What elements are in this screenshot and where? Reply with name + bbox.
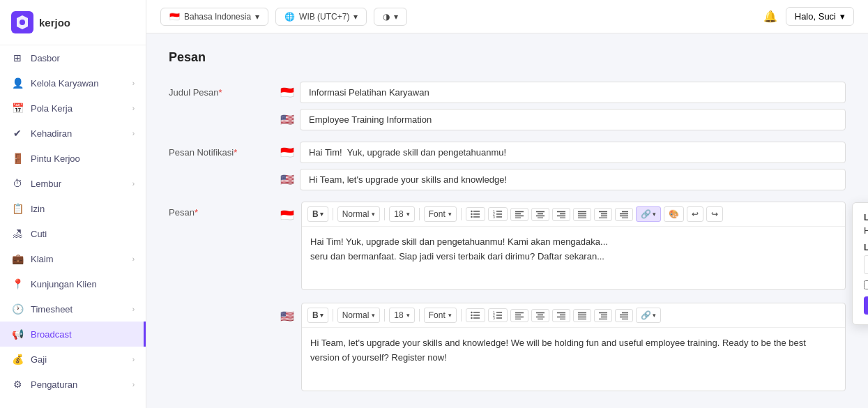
lang-label: Bahasa Indonesia: [184, 12, 251, 22]
pintu-kerjoo-icon: 🚪: [11, 153, 24, 164]
align-left-btn-2[interactable]: [510, 309, 528, 322]
align-right-btn-1[interactable]: [552, 208, 570, 221]
bold-btn-2[interactable]: B▾: [307, 308, 328, 323]
divider: [384, 208, 385, 220]
tz-label: WIB (UTC+7): [299, 12, 349, 22]
page-title: Pesan: [169, 50, 846, 65]
align-center-btn-2[interactable]: [531, 309, 549, 322]
sidebar-item-klaim[interactable]: 💼 Klaim ›: [0, 246, 146, 271]
kehadiran-icon: ✔: [11, 128, 24, 139]
justify-btn-2[interactable]: [573, 309, 591, 322]
divider: [419, 208, 420, 220]
align-right-btn-2[interactable]: [552, 309, 570, 322]
editor1: B▾ Normal▾ 18▾ Font▾ 123: [301, 202, 846, 290]
gaji-icon: 💰: [11, 354, 24, 365]
link-title-label: Link Title: [864, 213, 868, 222]
svg-point-39: [471, 312, 472, 313]
align-center-btn-1[interactable]: [531, 208, 549, 221]
popup-actions: Add Cancel: [864, 296, 868, 315]
outdent-btn-2[interactable]: [615, 309, 633, 322]
svg-point-1: [20, 20, 25, 25]
pesan-row: Pesan* 🇮🇩 B▾ Normal▾ 18▾ Font▾: [169, 202, 846, 391]
sidebar-label-gaji: Gaji: [31, 354, 47, 365]
normal-select-2[interactable]: Normal▾: [337, 308, 381, 323]
add-link-button[interactable]: Add: [864, 296, 868, 315]
chevron-down-icon: ▾: [372, 211, 375, 218]
fontsize-select-2[interactable]: 18▾: [389, 308, 414, 323]
flag-id: 🇮🇩: [280, 86, 294, 99]
ol-btn-2[interactable]: 123: [488, 308, 508, 322]
editor1-toolbar: B▾ Normal▾ 18▾ Font▾ 123: [302, 202, 845, 227]
lembur-icon: ⏱: [11, 178, 24, 189]
chevron-icon: ›: [132, 255, 135, 263]
user-greeting[interactable]: Halo, Suci ▾: [786, 7, 854, 26]
chevron-down-icon: ▾: [840, 11, 845, 22]
kunjungan-klien-icon: 📍: [11, 278, 24, 289]
sidebar-item-dasbor[interactable]: ⊞ Dasbor: [0, 45, 146, 70]
link-btn-2[interactable]: 🔗▾: [636, 308, 661, 323]
sidebar-item-gaji[interactable]: 💰 Gaji ›: [0, 347, 146, 372]
ol-btn-1[interactable]: 123: [488, 207, 508, 221]
notif-id-input[interactable]: [300, 142, 846, 163]
content-area: Pesan Judul Pesan* 🇮🇩 🇺🇸 Pesan Notifikas: [146, 33, 868, 408]
link-popup: Link Title Hai Tim! Link Target Open lin…: [852, 202, 868, 325]
timesheet-icon: 🕐: [11, 303, 24, 315]
notif-id-row: 🇮🇩: [280, 142, 846, 163]
flag-id-editor: 🇮🇩: [280, 202, 294, 222]
bold-btn-1[interactable]: B▾: [307, 206, 328, 222]
redo-btn-1[interactable]: ↪: [706, 206, 723, 222]
sidebar-item-pintu-kerjoo[interactable]: 🚪 Pintu Kerjoo: [0, 146, 146, 171]
greeting-text: Halo, Suci: [795, 11, 836, 22]
cuti-icon: 🏖: [11, 228, 24, 239]
font-select-1[interactable]: Font▾: [424, 206, 457, 222]
undo-btn-1[interactable]: ↩: [687, 206, 703, 222]
link-title-value: Hai Tim!: [864, 225, 868, 236]
open-new-window-checkbox[interactable]: [864, 280, 868, 289]
sidebar-item-kunjungan-klien[interactable]: 📍 Kunjungan Klien: [0, 271, 146, 296]
broadcast-icon: 📢: [11, 328, 24, 340]
tz-btn[interactable]: 🌐 WIB (UTC+7) ▾: [275, 8, 367, 26]
link-target-input[interactable]: [864, 255, 868, 274]
flag-id-notif: 🇮🇩: [280, 146, 294, 159]
sidebar-item-lembur[interactable]: ⏱ Lembur ›: [0, 171, 146, 196]
color-btn-1[interactable]: 🎨: [664, 206, 684, 222]
sidebar-item-pola-kerja[interactable]: 📅 Pola Kerja ›: [0, 96, 146, 121]
divider: [333, 309, 333, 322]
sidebar-item-izin[interactable]: 📋 Izin: [0, 196, 146, 221]
divider: [461, 208, 462, 220]
svg-text:3: 3: [493, 215, 495, 218]
divider: [419, 309, 420, 322]
sidebar-item-kehadiran[interactable]: ✔ Kehadiran ›: [0, 121, 146, 146]
align-left-btn-1[interactable]: [510, 208, 528, 221]
editor1-content[interactable]: Hai Tim! Yuk, upgrade skill dan pengetah…: [302, 227, 845, 289]
bell-icon[interactable]: 🔔: [763, 10, 777, 23]
font-select-2[interactable]: Font▾: [424, 308, 457, 323]
normal-select-1[interactable]: Normal▾: [337, 206, 381, 222]
svg-point-3: [471, 211, 472, 212]
sidebar-item-cuti[interactable]: 🏖 Cuti: [0, 221, 146, 246]
link-btn-1[interactable]: 🔗▾: [636, 206, 661, 222]
indent-btn-2[interactable]: [594, 309, 612, 322]
sidebar-item-broadcast[interactable]: 📢 Broadcast: [0, 322, 146, 347]
judul-en-input[interactable]: [300, 109, 846, 130]
open-new-window-row: Open link in new window: [864, 280, 868, 289]
fontsize-select-1[interactable]: 18▾: [389, 206, 414, 222]
link-target-label: Link Target: [864, 243, 868, 252]
sidebar-item-pengaturan[interactable]: ⚙ Pengaturan ›: [0, 372, 146, 397]
sidebar-item-kelola-karyawan[interactable]: 👤 Kelola Karyawan ›: [0, 70, 146, 96]
ul-btn-2[interactable]: [466, 308, 485, 322]
outdent-btn-1[interactable]: [615, 208, 633, 221]
flag-us: 🇺🇸: [280, 113, 294, 126]
editor2-content[interactable]: Hi Team, let's upgrade your skills and k…: [302, 328, 845, 391]
chevron-down-icon: ▾: [320, 312, 323, 319]
sidebar-label-kehadiran: Kehadiran: [31, 128, 72, 139]
topbar-left: 🇮🇩 Bahasa Indonesia ▾ 🌐 WIB (UTC+7) ▾ ◑ …: [160, 8, 407, 26]
ul-btn-1[interactable]: [466, 207, 485, 221]
indent-btn-1[interactable]: [594, 208, 612, 221]
justify-btn-1[interactable]: [573, 208, 591, 221]
sidebar-item-timesheet[interactable]: 🕐 Timesheet ›: [0, 296, 146, 322]
notif-en-input[interactable]: [300, 169, 846, 190]
lang-btn[interactable]: 🇮🇩 Bahasa Indonesia ▾: [160, 8, 268, 26]
judul-id-input[interactable]: [300, 82, 846, 103]
theme-btn[interactable]: ◑ ▾: [374, 8, 407, 26]
